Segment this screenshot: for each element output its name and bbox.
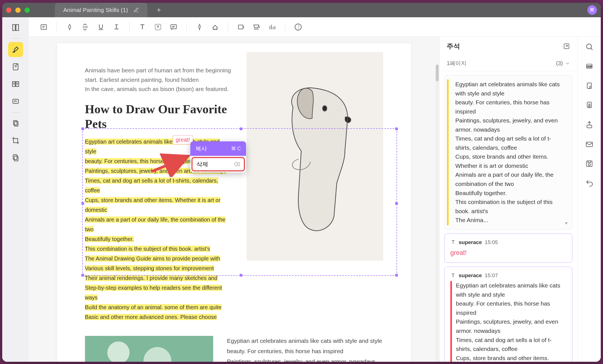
svg-rect-7 xyxy=(14,156,18,161)
tab-title: Animal Painting Skills (1) xyxy=(63,7,128,13)
popout-icon[interactable] xyxy=(563,43,570,50)
plant-image xyxy=(85,336,213,362)
paragraph-icon[interactable] xyxy=(37,20,50,34)
minimize-window-icon[interactable] xyxy=(15,8,21,13)
document-viewport[interactable]: Animals have been part of human art from… xyxy=(29,37,439,362)
resize-handle[interactable] xyxy=(81,202,84,205)
annotations-panel: 주석 1페이지 (3) Egyptian art celebrates xyxy=(439,37,577,362)
rotate-icon[interactable] xyxy=(584,80,595,91)
text-type-t-icon xyxy=(450,273,456,278)
save-icon[interactable] xyxy=(584,158,595,169)
context-menu: 복사 ⌘ C 삭제 xyxy=(190,141,246,173)
resize-handle[interactable] xyxy=(395,202,398,205)
annotation-card-comment[interactable]: superace 15:05 great! xyxy=(444,233,572,263)
annotation-body: Egyptian art celebrates animals like cat… xyxy=(450,281,566,362)
annotation-meta: superace 15:05 xyxy=(450,238,566,246)
lock-page-icon[interactable] xyxy=(584,100,595,111)
body-line: Paintings, sculptures, jewelry, and even… xyxy=(227,356,383,362)
delete-label: 삭제 xyxy=(196,160,208,168)
scissors-tool[interactable] xyxy=(8,116,23,131)
mail-icon[interactable] xyxy=(584,139,595,150)
undo-icon[interactable] xyxy=(584,178,595,189)
eraser-icon[interactable] xyxy=(208,20,222,34)
page-summary-row[interactable]: 1페이지 (3) xyxy=(439,56,577,71)
separator xyxy=(11,112,20,112)
edit-tab-icon[interactable] xyxy=(133,7,139,13)
scroll-thumb[interactable] xyxy=(436,65,439,81)
chart-icon[interactable] xyxy=(266,20,279,34)
top-toolbar xyxy=(29,17,601,37)
marker-icon[interactable] xyxy=(193,20,206,34)
annotation-card-highlight-red[interactable]: superace 15:07 Egyptian art celebrates a… xyxy=(444,267,572,362)
maximize-window-icon[interactable] xyxy=(25,8,30,13)
comment-tag[interactable]: great! xyxy=(173,135,193,144)
resize-handle[interactable] xyxy=(395,127,398,130)
lower-text-block: Egyptian art celebrates animals like cat… xyxy=(227,336,383,362)
underline-icon[interactable] xyxy=(94,20,108,34)
annotation-time: 15:05 xyxy=(485,238,498,246)
heading: How to Draw Our Favorite Pets xyxy=(85,102,230,132)
search-icon[interactable] xyxy=(584,41,595,52)
annotation-card-highlight[interactable]: Egyptian art celebrates animals like cat… xyxy=(444,75,572,230)
context-delete-item[interactable]: 삭제 xyxy=(191,157,245,171)
svg-rect-26 xyxy=(587,125,592,128)
svg-rect-3 xyxy=(13,99,18,104)
share-icon[interactable] xyxy=(584,119,595,130)
annotation-meta: superace 15:07 xyxy=(450,271,566,279)
crop-tool[interactable] xyxy=(8,133,23,148)
highlighted-line: Beautifully together. xyxy=(85,236,134,242)
svg-rect-25 xyxy=(589,105,590,107)
highlighted-line: beauty. For centuries, this horse has in… xyxy=(85,158,196,164)
new-tab-icon[interactable] xyxy=(156,7,162,13)
svg-text:OCR: OCR xyxy=(587,65,592,68)
highlighted-line: Their animal renderings. I provide many … xyxy=(85,275,218,281)
resize-handle[interactable] xyxy=(81,127,84,130)
strikethrough-icon[interactable] xyxy=(79,20,92,34)
page-label: 1페이지 xyxy=(447,60,466,67)
highlighted-line: This combination is the subject of this … xyxy=(85,246,210,252)
toolbar-divider xyxy=(228,22,228,32)
pen-icon[interactable] xyxy=(63,20,76,34)
svg-rect-23 xyxy=(587,83,591,88)
body-line: beauty. For centuries, this horse has in… xyxy=(227,346,383,356)
annotations-list[interactable]: Egyptian art celebrates animals like cat… xyxy=(439,71,577,362)
svg-rect-29 xyxy=(588,161,591,163)
callout-icon[interactable] xyxy=(167,20,180,34)
svg-point-20 xyxy=(587,44,592,49)
app-window: Animal Painting Skills (1) R xyxy=(2,3,601,362)
note-tool[interactable] xyxy=(8,59,23,74)
ocr-icon[interactable]: OCR xyxy=(584,61,595,72)
highlighted-line: Times, cat and dog art sells a lot of t-… xyxy=(85,178,218,193)
context-copy-item[interactable]: 복사 ⌘ C xyxy=(190,141,246,156)
resize-handle[interactable] xyxy=(81,274,84,277)
chevron-down-icon[interactable]: ▼ xyxy=(564,220,568,227)
content-row: Animals have been part of human art from… xyxy=(29,37,601,362)
lower-section: Egyptian art celebrates animals like cat… xyxy=(85,336,383,362)
text-t-icon[interactable] xyxy=(136,20,149,34)
textbox-tool[interactable] xyxy=(8,94,23,109)
annotation-body: great! xyxy=(450,248,566,258)
svg-rect-8 xyxy=(41,24,47,29)
resize-handle[interactable] xyxy=(395,274,398,277)
page-copy-tool[interactable] xyxy=(8,150,23,165)
right-rail: OCR xyxy=(577,37,601,362)
highlighter-tool[interactable] xyxy=(8,42,23,57)
text-frame-icon[interactable] xyxy=(151,20,165,34)
sphere-icon[interactable] xyxy=(291,20,305,34)
annotation-text: Egyptian art celebrates animals like cat… xyxy=(455,80,566,225)
copy-label: 복사 xyxy=(195,145,207,153)
book-view-tool[interactable] xyxy=(8,20,23,35)
close-window-icon[interactable] xyxy=(6,8,11,13)
document-tab[interactable]: Animal Painting Skills (1) xyxy=(55,3,147,17)
stamp-icon[interactable] xyxy=(250,20,263,34)
toolbar-divider xyxy=(57,22,57,32)
body: Animals have been part of human art from… xyxy=(2,17,601,362)
profile-avatar[interactable]: R xyxy=(587,5,597,15)
text-squiggle-icon[interactable] xyxy=(110,20,123,34)
page-double-tool[interactable] xyxy=(8,77,23,92)
shape-rect-icon[interactable] xyxy=(234,20,248,34)
scrollbar[interactable] xyxy=(435,65,439,362)
svg-point-13 xyxy=(322,106,327,111)
chevron-down-icon[interactable] xyxy=(565,61,570,66)
traffic-lights xyxy=(6,8,30,13)
